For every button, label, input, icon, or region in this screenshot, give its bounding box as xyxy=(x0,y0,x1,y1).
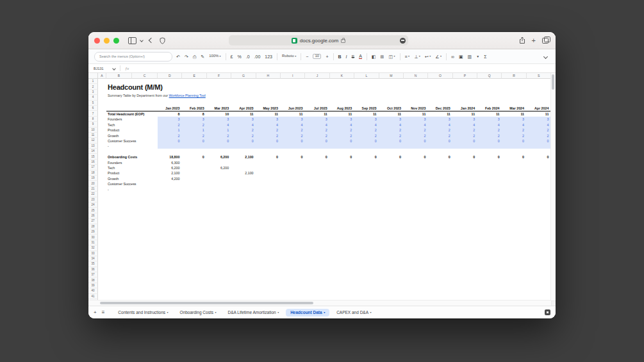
month-header-aug-2023[interactable]: Aug 2023 xyxy=(330,106,352,110)
italic-icon[interactable]: I xyxy=(346,54,347,59)
row-header-8[interactable]: 8 xyxy=(88,117,98,122)
cell-onboarding-costs-tech-m3[interactable]: 6,200 xyxy=(207,166,229,170)
strikethrough-icon[interactable]: S xyxy=(352,54,355,59)
cell-headcount-product-m13[interactable]: 2 xyxy=(453,128,475,132)
cell-headcount-growth-m5[interactable]: 2 xyxy=(256,134,278,138)
cell-headcount-product-m16[interactable]: 2 xyxy=(527,128,549,132)
cell-headcount-founders-m1[interactable]: 3 xyxy=(158,117,179,121)
row-header-11[interactable]: 11 xyxy=(88,133,98,138)
cell-onboarding-costs-total-m14[interactable]: 0 xyxy=(477,155,499,159)
name-box-caret-icon[interactable] xyxy=(112,67,116,70)
column-header-O[interactable]: O xyxy=(428,73,452,79)
sidebar-toggle-icon[interactable] xyxy=(128,37,136,44)
cell-onboarding-costs-total-m15[interactable]: 0 xyxy=(502,155,524,159)
decrease-decimal-icon[interactable]: .0 xyxy=(246,54,250,59)
month-header-may-2023[interactable]: May 2023 xyxy=(256,106,278,110)
row-header-38[interactable]: 38 xyxy=(88,277,98,283)
cell-onboarding-costs-total-m8[interactable]: 0 xyxy=(330,155,352,159)
functions-icon[interactable]: Σ xyxy=(484,54,486,59)
row-label-headcount-customer-success[interactable]: Customer Success xyxy=(108,139,136,143)
merge-cells-icon[interactable]: ◫▾ xyxy=(388,54,395,59)
cell-headcount-growth-m4[interactable]: 2 xyxy=(231,134,253,138)
row-header-27[interactable]: 27 xyxy=(88,218,98,224)
row-header-34[interactable]: 34 xyxy=(88,256,98,261)
column-header-F[interactable]: F xyxy=(207,73,231,79)
sheet-tab-headcount-data[interactable]: Headcount Data▾ xyxy=(286,309,329,317)
row-header-40[interactable]: 40 xyxy=(88,288,98,293)
row-header-16[interactable]: 16 xyxy=(88,160,98,165)
cell-headcount-product-m15[interactable]: 2 xyxy=(502,128,524,132)
cell-onboarding-costs-total-m2[interactable]: 0 xyxy=(182,155,204,159)
horizontal-scrollbar-thumb[interactable] xyxy=(100,302,313,305)
cell-headcount-customer-success-m5[interactable]: 0 xyxy=(256,139,278,143)
cell-onboarding-costs-total-m7[interactable]: 0 xyxy=(305,155,327,159)
cell-onboarding-costs-total-m12[interactable]: 0 xyxy=(428,155,450,159)
insert-chart-icon[interactable]: ▥ xyxy=(468,54,472,59)
row-label-onboarding-costs-founders[interactable]: Founders xyxy=(108,161,122,165)
column-header-K[interactable]: K xyxy=(330,73,354,79)
cell-headcount-founders-m4[interactable]: 3 xyxy=(231,117,253,121)
explore-icon[interactable] xyxy=(545,309,550,315)
increase-decimal-icon[interactable]: .00 xyxy=(254,54,261,59)
row-header-21[interactable]: 21 xyxy=(88,186,98,192)
cell-headcount-product-m10[interactable]: 2 xyxy=(379,128,401,132)
back-button[interactable] xyxy=(149,38,154,43)
url-bar[interactable]: docs.google.com xyxy=(229,35,408,45)
column-header-A[interactable]: A xyxy=(98,73,106,79)
column-header-M[interactable]: M xyxy=(379,73,404,79)
cell-headcount-total-m6[interactable]: 11 xyxy=(281,112,302,116)
vertical-scrollbar[interactable] xyxy=(550,73,556,300)
cell-headcount-product-m7[interactable]: 2 xyxy=(305,128,327,132)
redo-icon[interactable]: ↷ xyxy=(185,54,188,59)
month-header-dec-2023[interactable]: Dec 2023 xyxy=(428,106,450,110)
cell-headcount-founders-m11[interactable]: 3 xyxy=(404,117,425,121)
row-header-1[interactable]: 1 xyxy=(88,79,98,84)
column-header-I[interactable]: I xyxy=(281,73,305,79)
cell-headcount-total-m12[interactable]: 11 xyxy=(428,112,450,116)
add-sheet-button[interactable]: + xyxy=(94,310,97,315)
cell-headcount-customer-success-m9[interactable]: 0 xyxy=(354,139,376,143)
cell-headcount-total-m1[interactable]: 8 xyxy=(158,112,179,116)
undo-icon[interactable]: ↶ xyxy=(176,54,180,59)
font-select[interactable]: Roboto▾ xyxy=(282,54,296,58)
cell-headcount-total-m5[interactable]: 11 xyxy=(256,112,278,116)
minimize-window-button[interactable] xyxy=(104,38,110,44)
row-header-6[interactable]: 6 xyxy=(88,106,98,111)
cell-headcount-founders-m3[interactable]: 3 xyxy=(207,117,229,121)
row-header-29[interactable]: 29 xyxy=(88,229,98,234)
cell-headcount-customer-success-m12[interactable]: 0 xyxy=(428,139,450,143)
cell-headcount-tech-m14[interactable]: 4 xyxy=(477,123,499,127)
cell-headcount-total-m11[interactable]: 11 xyxy=(404,112,425,116)
cell-headcount-tech-m15[interactable]: 4 xyxy=(502,123,524,127)
row-header-33[interactable]: 33 xyxy=(88,251,98,256)
cell-onboarding-costs-total-m1[interactable]: 18,800 xyxy=(158,155,179,159)
cell-headcount-customer-success-m2[interactable]: 0 xyxy=(182,139,204,143)
row-header-37[interactable]: 37 xyxy=(88,272,98,277)
font-size-value[interactable]: 10 xyxy=(313,54,321,60)
cell-headcount-growth-m11[interactable]: 2 xyxy=(404,134,425,138)
cell-headcount-tech-m8[interactable]: 4 xyxy=(330,123,352,127)
decrease-font-size-icon[interactable]: − xyxy=(306,54,308,59)
row-header-13[interactable]: 13 xyxy=(88,144,98,149)
cell-headcount-customer-success-m1[interactable]: 0 xyxy=(158,139,179,143)
insert-comment-icon[interactable]: ▣ xyxy=(459,54,463,59)
row-header-7[interactable]: 7 xyxy=(88,111,98,116)
column-header-C[interactable]: C xyxy=(132,73,158,79)
cell-onboarding-costs-total-m16[interactable]: 0 xyxy=(527,155,549,159)
cell-headcount-customer-success-m16[interactable]: 0 xyxy=(527,139,549,143)
month-header-apr-2023[interactable]: Apr 2023 xyxy=(231,106,253,110)
cell-headcount-total-m13[interactable]: 11 xyxy=(453,112,475,116)
cell-headcount-tech-m9[interactable]: 4 xyxy=(354,123,376,127)
row-header-19[interactable]: 19 xyxy=(88,176,98,181)
row-label-headcount-tech[interactable]: Tech xyxy=(108,123,115,127)
row-header-14[interactable]: 14 xyxy=(88,149,98,154)
cell-headcount-customer-success-m3[interactable]: 0 xyxy=(207,139,229,143)
row-header-35[interactable]: 35 xyxy=(88,261,98,267)
close-window-button[interactable] xyxy=(94,38,100,44)
cell-onboarding-costs-total-m4[interactable]: 2,100 xyxy=(231,155,253,159)
sheet-tab-d-a-lifetime-amortization[interactable]: D&A Lifetime Amortization▾ xyxy=(223,309,283,317)
row-header-41[interactable]: 41 xyxy=(88,294,98,299)
cell-headcount-product-m8[interactable]: 2 xyxy=(330,128,352,132)
cell-headcount-growth-m15[interactable]: 2 xyxy=(502,134,524,138)
cell-headcount-founders-m5[interactable]: 3 xyxy=(256,117,278,121)
